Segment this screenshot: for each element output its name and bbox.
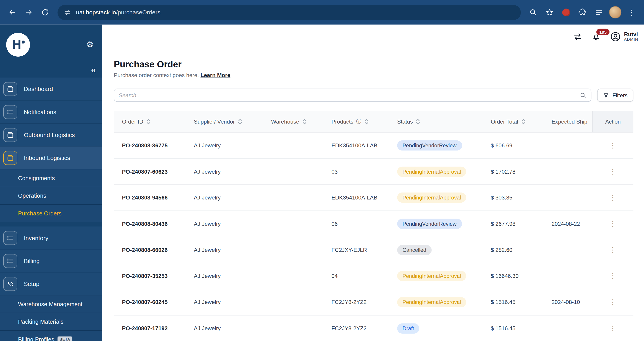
settings-gear-icon[interactable]: ⚙ <box>86 39 94 49</box>
status-badge: PendingInternalApproval <box>397 271 466 281</box>
row-actions-cell: ⋮ <box>592 140 634 151</box>
sidebar-item-outbound-logistics[interactable]: Outbound Logistics <box>0 124 102 146</box>
extensions-button[interactable] <box>575 5 590 20</box>
profile-button[interactable] <box>608 5 623 20</box>
row-menu-button[interactable]: ⋮ <box>607 323 618 334</box>
bookmark-button[interactable] <box>542 5 557 20</box>
zoom-button[interactable] <box>526 5 540 20</box>
status-cell: PendingVendorReview <box>389 219 482 229</box>
switch-workspace-button[interactable] <box>573 32 582 41</box>
user-info: Rutvi ADMIN <box>624 31 638 42</box>
billing-icon <box>3 254 17 268</box>
search-row: Filters <box>114 89 634 102</box>
sidebar-item-label: Billing Profiles <box>18 336 54 341</box>
search-box <box>114 89 592 102</box>
row-actions-cell: ⋮ <box>592 192 634 203</box>
column-header-products[interactable]: Products ⓘ <box>323 111 389 132</box>
row-menu-button[interactable]: ⋮ <box>607 297 618 308</box>
products-cell: FC2JXY-EJLR <box>323 247 389 253</box>
row-menu-button[interactable]: ⋮ <box>607 244 618 256</box>
browser-toolbar: uat.hopstack.io/purchaseOrders ⋮ <box>0 0 644 25</box>
status-cell: PendingVendorReview <box>389 140 482 150</box>
column-header-supplier[interactable]: Supplier/ Vendor <box>186 111 263 132</box>
row-menu-button[interactable]: ⋮ <box>607 192 618 203</box>
table-row: PO-240808-80436 AJ Jewelry 06 PendingVen… <box>114 211 634 237</box>
sidebar-item-label: Inventory <box>24 235 48 241</box>
order-id-cell: PO-240807-60245 <box>114 299 186 305</box>
sidebar-item-inbound-logistics[interactable]: Inbound Logistics <box>0 146 102 169</box>
sidebar-item-label: Warehouse Management <box>18 301 82 307</box>
order-total-cell: $ 16646.30 <box>482 273 543 279</box>
url-path: /purchaseOrders <box>116 9 160 15</box>
learn-more-link[interactable]: Learn More <box>200 72 230 78</box>
red-extension-button[interactable] <box>558 5 574 20</box>
expected-ship-cell: 2024-08-22 <box>543 221 592 227</box>
column-header-status[interactable]: Status <box>389 111 482 132</box>
user-menu[interactable]: Rutvi ADMIN <box>610 31 638 42</box>
column-header-order-id[interactable]: Order ID <box>114 111 186 132</box>
address-bar[interactable]: uat.hopstack.io/purchaseOrders <box>58 5 521 20</box>
sidebar-item-dashboard[interactable]: Dashboard <box>0 77 102 100</box>
forward-button[interactable] <box>21 5 36 20</box>
kebab-menu-icon: ⋮ <box>628 8 636 16</box>
supplier-cell: AJ Jewelry <box>186 195 263 201</box>
reload-button[interactable] <box>38 5 52 20</box>
user-avatar-icon <box>610 31 621 42</box>
subtitle-text: Purchase order context goes here. <box>114 72 199 78</box>
row-menu-button[interactable]: ⋮ <box>607 218 618 230</box>
products-cell: 06 <box>323 221 389 227</box>
hopstack-logo[interactable]: H <box>6 33 30 57</box>
sidebar-item-setup[interactable]: Setup <box>0 273 102 295</box>
supplier-cell: AJ Jewelry <box>186 273 263 279</box>
search-input[interactable] <box>119 92 580 98</box>
notification-count-badge: 195 <box>596 28 610 35</box>
table-row: PO-240807-60623 AJ Jewelry 03 PendingInt… <box>114 159 634 185</box>
status-badge: Draft <box>397 323 419 334</box>
main-panel: 195 Rutvi ADMIN Purchase Order Purchase … <box>102 25 644 341</box>
sort-icon <box>364 119 369 125</box>
order-id-cell: PO-240808-66026 <box>114 247 186 253</box>
browser-menu-button[interactable]: ⋮ <box>624 5 639 20</box>
sidebar-item-consignments[interactable]: Consignments <box>0 169 102 187</box>
sidebar-item-purchase-orders[interactable]: Purchase Orders <box>0 205 102 222</box>
sidebar-item-inventory[interactable]: Inventory <box>0 226 102 249</box>
sidebar-nav: Dashboard Notifications Outbound Logisti… <box>0 77 102 341</box>
funnel-icon <box>603 92 609 98</box>
status-cell: PendingInternalApproval <box>389 271 482 281</box>
sidebar-collapse-button[interactable]: « <box>91 66 96 75</box>
sort-icon <box>146 119 151 125</box>
sidebar-item-billing[interactable]: Billing <box>0 250 102 273</box>
info-icon: ⓘ <box>356 119 361 124</box>
row-menu-button[interactable]: ⋮ <box>607 270 618 282</box>
row-actions-cell: ⋮ <box>592 323 634 334</box>
order-id-cell: PO-240807-60623 <box>114 168 186 175</box>
inbound-logistics-icon <box>3 151 17 165</box>
side-panel-button[interactable] <box>592 5 606 20</box>
app-window: H ⚙ « Dashboard Notifications <box>0 25 644 341</box>
side-panel-icon <box>595 8 603 17</box>
status-cell: Cancelled <box>389 245 482 255</box>
sidebar-item-billing-profiles[interactable]: Billing Profiles BETA <box>0 331 102 341</box>
back-button[interactable] <box>5 5 20 20</box>
status-cell: Draft <box>389 323 482 334</box>
filters-button[interactable]: Filters <box>597 89 633 102</box>
browser-avatar <box>609 6 622 18</box>
sidebar-item-label: Operations <box>18 193 46 199</box>
supplier-cell: AJ Jewelry <box>186 142 263 148</box>
products-cell: 04 <box>323 273 389 279</box>
row-menu-button[interactable]: ⋮ <box>607 166 618 177</box>
notifications-button[interactable]: 195 <box>592 32 601 41</box>
back-arrow-icon <box>8 8 17 17</box>
row-menu-button[interactable]: ⋮ <box>607 140 618 151</box>
status-badge: PendingInternalApproval <box>397 166 466 177</box>
column-header-order-total[interactable]: Order Total <box>482 111 543 132</box>
column-header-expected-ship: Expected Ship <box>543 111 592 132</box>
row-actions-cell: ⋮ <box>592 166 634 177</box>
row-actions-cell: ⋮ <box>592 244 634 256</box>
sidebar-item-warehouse-management[interactable]: Warehouse Management <box>0 295 102 313</box>
sidebar-item-notifications[interactable]: Notifications <box>0 100 102 123</box>
sidebar-item-packing-materials[interactable]: Packing Materials <box>0 313 102 331</box>
sidebar-item-operations[interactable]: Operations <box>0 187 102 205</box>
status-badge: PendingInternalApproval <box>397 297 466 307</box>
column-header-warehouse[interactable]: Warehouse <box>263 111 323 132</box>
